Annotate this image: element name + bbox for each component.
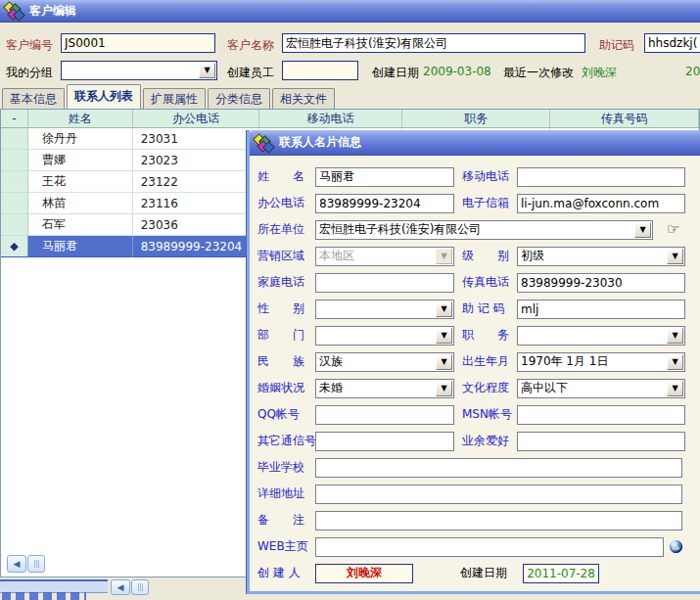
name-cell[interactable]: 石军 (28, 214, 133, 236)
level-combo[interactable]: 初级▼ (517, 247, 685, 266)
chevron-down-icon[interactable]: ▼ (634, 222, 651, 238)
app-gems-icon (4, 2, 25, 20)
name-cell[interactable]: 徐丹丹 (28, 128, 133, 150)
header-corner[interactable]: - (1, 110, 28, 128)
address-label: 详细地址 (257, 485, 315, 502)
tab-3[interactable]: 分类信息 (208, 88, 270, 109)
company-combo[interactable]: 宏恒胜电子科技(淮安)有限公司▼ (315, 220, 653, 240)
address-input[interactable] (315, 485, 682, 504)
level-value: 初级 (518, 248, 667, 264)
my-group-label: 我的分组 (6, 65, 53, 81)
hobby-input[interactable] (517, 432, 685, 451)
other-contact-label: 其它通信号 (257, 433, 315, 449)
chevron-down-icon[interactable]: ▼ (199, 63, 215, 78)
chevron-down-icon[interactable]: ▼ (436, 354, 452, 370)
education-value: 高中以下 (518, 380, 667, 396)
mnemonic-label: 助记码 (599, 37, 634, 54)
gender-combo[interactable]: ▼ (315, 300, 454, 319)
column-header[interactable]: 移动电话 (259, 110, 402, 128)
office-phone-cell[interactable]: 23122 (133, 171, 260, 193)
company-value: 宏恒胜电子科技(淮安)有限公司 (316, 221, 634, 238)
name-cell[interactable]: 曹娜 (28, 150, 133, 171)
fax-phone-input[interactable]: 83989999-23030 (517, 273, 685, 293)
create-date-value: 2009-03-08 (423, 65, 491, 78)
contact-name-value: 马丽君 (316, 168, 453, 185)
table-hscroll-thumb[interactable] (27, 555, 45, 573)
fax-phone-label: 传真电话 (462, 274, 517, 291)
last-modified-value: 刘晚深 (582, 65, 617, 81)
school-input[interactable] (315, 458, 682, 478)
chevron-down-icon[interactable]: ▼ (436, 328, 452, 344)
chevron-down-icon[interactable]: ▼ (667, 381, 683, 396)
contact-name-input[interactable]: 马丽君 (315, 167, 454, 187)
create-date-label: 创建日期 (372, 65, 419, 81)
office-phone-cell[interactable]: 23116 (133, 193, 260, 214)
chevron-down-icon[interactable]: ▼ (667, 249, 683, 264)
main-title-bar[interactable]: 客户编辑 (0, 0, 700, 23)
fax-phone-value: 83989999-23030 (518, 276, 684, 290)
name-cell[interactable]: 马丽君 (28, 236, 133, 257)
office-phone-cell[interactable]: 23031 (133, 128, 260, 150)
msn-account-input[interactable] (517, 405, 685, 425)
ethnicity-combo[interactable]: 汉族▼ (315, 352, 454, 372)
chevron-down-icon[interactable]: ▼ (667, 328, 683, 344)
customer-name-input[interactable] (282, 33, 585, 53)
chevron-down-icon[interactable]: ▼ (436, 301, 452, 317)
mnemonic-input[interactable]: mlj (517, 300, 685, 319)
office-phone-cell[interactable]: 23036 (133, 214, 260, 236)
remark-label: 备 注 (257, 512, 315, 529)
tab-1[interactable]: 联系人列表 (67, 84, 141, 109)
web-homepage-input[interactable] (315, 537, 664, 557)
row-indicator (1, 214, 28, 236)
marital-status-combo[interactable]: 未婚▼ (315, 379, 454, 398)
department-combo[interactable]: ▼ (315, 326, 454, 346)
position-combo[interactable]: ▼ (517, 326, 685, 346)
column-header[interactable]: 传真号码 (550, 110, 699, 128)
mnemonic-input[interactable] (644, 33, 700, 53)
tab-0[interactable]: 基本信息 (2, 88, 65, 109)
tab-bar: 基本信息联系人列表扩展属性分类信息相关文件 (2, 87, 337, 109)
dialog-field-row: 所在单位宏恒胜电子科技(淮安)有限公司▼☞ (257, 216, 700, 243)
other-contact-input[interactable] (315, 432, 454, 451)
outer-scroll-left-icon[interactable]: ◀ (111, 579, 130, 595)
my-group-combo[interactable]: ▼ (61, 61, 217, 80)
chevron-down-icon[interactable]: ▼ (436, 381, 452, 396)
name-cell[interactable]: 王花 (28, 171, 133, 193)
qq-account-label: QQ帐号 (257, 406, 315, 423)
tab-4[interactable]: 相关文件 (272, 88, 335, 109)
sales-region-value: 本地区 (316, 248, 436, 264)
msn-account-label: MSN帐号 (462, 406, 517, 423)
dialog-field-row: 详细地址 (257, 481, 700, 507)
office-phone-cell[interactable]: 83989999-23204 (133, 236, 260, 257)
dialog-field-row: 姓 名马丽君移动电话 (257, 163, 700, 190)
qq-account-input[interactable] (315, 405, 454, 425)
remark-input[interactable] (315, 511, 682, 531)
create-staff-input[interactable] (282, 61, 358, 80)
column-header[interactable]: 职务 (402, 110, 551, 128)
row-indicator (1, 128, 28, 150)
select-company-hand-icon[interactable]: ☞ (667, 222, 679, 237)
education-combo[interactable]: 高中以下▼ (517, 379, 685, 398)
dialog-title-bar[interactable]: 联系人名片信息 (250, 130, 700, 156)
sales-region-combo[interactable]: 本地区▼ (315, 247, 454, 266)
column-header[interactable]: 姓名 (28, 110, 133, 128)
office-phone-input[interactable]: 83989999-23204 (315, 194, 454, 213)
mobile-phone-input[interactable] (517, 167, 685, 187)
dialog-field-row: 家庭电话传真电话83989999-23030 (257, 269, 700, 296)
email-value: li-jun.ma@foxconn.com (518, 197, 684, 210)
outer-hscroll-thumb[interactable] (131, 579, 149, 595)
customer-id-input[interactable] (61, 33, 215, 53)
office-phone-cell[interactable]: 23023 (133, 150, 260, 171)
scroll-left-icon[interactable]: ◀ (7, 555, 26, 573)
email-input[interactable]: li-jun.ma@foxconn.com (517, 194, 685, 213)
birth-date-combo[interactable]: 1970年 1月 1日▼ (517, 352, 685, 372)
outer-hscroll-track[interactable] (0, 579, 108, 593)
web-globe-icon[interactable] (670, 540, 682, 553)
birth-date-value: 1970年 1月 1日 (518, 353, 667, 370)
tab-2[interactable]: 扩展属性 (143, 88, 206, 109)
column-header[interactable]: 办公电话 (133, 110, 260, 128)
home-phone-input[interactable] (315, 273, 454, 293)
chevron-down-icon[interactable]: ▼ (667, 354, 683, 370)
row-indicator (1, 150, 28, 171)
name-cell[interactable]: 林苗 (28, 193, 133, 214)
